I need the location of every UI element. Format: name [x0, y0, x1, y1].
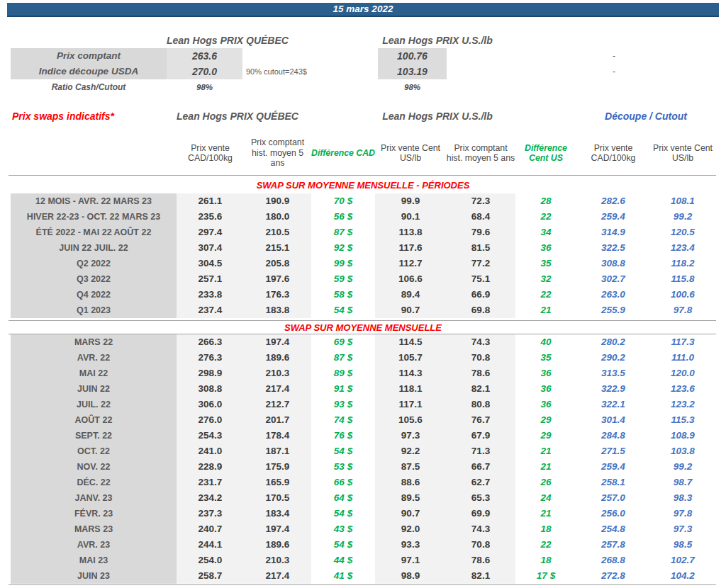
cell-us-hist: 69.9 — [446, 506, 515, 521]
cell-diff-cad: 54 $ — [311, 537, 375, 553]
cell-us-sell: 112.7 — [375, 256, 446, 271]
cell-qc-sell: 306.0 — [177, 397, 244, 412]
cell-cutout-cad: 259.4 — [576, 459, 650, 475]
cell-cutout-cad: 322.9 — [576, 381, 650, 397]
cell-diff-cad: 54 $ — [311, 443, 375, 459]
column-header-diff-cad: Différence CAD — [311, 131, 375, 175]
cell-qc-hist: 217.4 — [244, 381, 311, 397]
cell-us-hist: 74.3 — [446, 521, 515, 537]
row-label: MARS 22 — [11, 334, 177, 350]
cell-qc-sell: 231.7 — [177, 475, 244, 490]
cell-diff-us: 26 — [515, 475, 576, 490]
cell-us-hist: 81.5 — [446, 240, 515, 256]
cell-qc-sell: 266.3 — [177, 334, 244, 350]
cell-cutout-us: 99.2 — [650, 459, 715, 475]
cell-cutout-cad: 322.1 — [576, 397, 650, 412]
ratio-us-value: 98% — [378, 80, 447, 94]
spot-price-us-value: 100.76 — [378, 48, 447, 64]
cell-cutout-cad: 313.5 — [576, 366, 650, 381]
cell-diff-cad: 44 $ — [311, 553, 375, 568]
cell-cutout-cad: 258.1 — [576, 475, 650, 490]
row-label: Q1 2023 — [11, 303, 177, 318]
cell-diff-us: 28 — [515, 193, 576, 209]
cell-cutout-cad: 314.9 — [576, 225, 650, 240]
cell-qc-hist: 189.6 — [244, 537, 311, 553]
cutout-index-us-value: 103.19 — [378, 64, 447, 79]
cutout-index-quebec-value: 270.0 — [167, 64, 242, 79]
cell-diff-cad: 74 $ — [311, 412, 375, 428]
cell-qc-sell: 307.4 — [177, 240, 244, 256]
cell-us-hist: 62.7 — [446, 475, 515, 490]
cell-diff-cad: 58 $ — [311, 287, 375, 303]
cell-cutout-us: 98.3 — [650, 490, 715, 506]
report-date: 15 mars 2022 — [333, 4, 393, 14]
row-label: FÉVR. 23 — [11, 506, 177, 521]
cell-cutout-cad: 268.8 — [576, 553, 650, 568]
cell-diff-us: 22 — [515, 209, 576, 225]
cell-qc-sell: 261.1 — [177, 193, 244, 209]
cell-qc-hist: 180.0 — [244, 209, 311, 225]
divider-line — [9, 175, 716, 176]
cell-cutout-us: 118.2 — [650, 256, 715, 271]
cutout-group-header: Découpe / Cutout — [576, 111, 715, 122]
cell-diff-us: 36 — [515, 366, 576, 381]
row-label: HIVER 22-23 - OCT. 22 MARS 23 — [11, 209, 177, 225]
cell-us-sell: 89.5 — [375, 490, 446, 506]
ratio-label: Ratio Cash/Cutout — [11, 80, 167, 94]
cell-us-sell: 93.3 — [375, 537, 446, 553]
top-us-header: Lean Hogs PRIX U.S./lb — [375, 35, 500, 46]
cell-us-sell: 92.0 — [375, 521, 446, 537]
cell-qc-sell: 241.0 — [177, 443, 244, 459]
row-label: JUIL. 22 — [11, 397, 177, 412]
cell-qc-sell: 257.1 — [177, 271, 244, 287]
cell-cutout-cad: 257.0 — [576, 490, 650, 506]
cell-us-hist: 80.8 — [446, 397, 515, 412]
date-header-bar: 15 mars 2022 — [7, 3, 719, 17]
cell-cutout-cad: 308.8 — [576, 256, 650, 271]
cell-cutout-us: 102.7 — [650, 553, 715, 568]
cell-diff-cad: 66 $ — [311, 475, 375, 490]
cell-diff-us: 36 — [515, 397, 576, 412]
cell-diff-cad: 91 $ — [311, 381, 375, 397]
cell-qc-hist: 170.5 — [244, 490, 311, 506]
cell-us-sell: 90.7 — [375, 506, 446, 521]
row-label: JUIN 23 — [11, 568, 177, 584]
cell-qc-sell: 237.4 — [177, 303, 244, 318]
cell-us-sell: 87.5 — [375, 459, 446, 475]
report-page: 15 mars 2022 Lean Hogs PRIX QUÉBEC Lean … — [0, 0, 726, 588]
cell-qc-sell: 276.3 — [177, 350, 244, 366]
spot-price-label: Prix comptant — [11, 48, 167, 64]
cell-diff-us: 35 — [515, 350, 576, 366]
cell-qc-hist: 190.9 — [244, 193, 311, 209]
swaps-title: Prix swaps indicatifs* — [12, 111, 114, 122]
cell-us-hist: 78.6 — [446, 366, 515, 381]
cell-cutout-us: 98.5 — [650, 537, 715, 553]
cell-cutout-us: 97.8 — [650, 506, 715, 521]
cell-qc-sell: 254.0 — [177, 553, 244, 568]
cell-diff-cad: 43 $ — [311, 521, 375, 537]
cutout-note: 90% cutout=243$ — [246, 64, 345, 79]
cell-us-sell: 117.1 — [375, 397, 446, 412]
cell-cutout-us: 115.3 — [650, 412, 715, 428]
cell-cutout-us: 108.9 — [650, 428, 715, 443]
cell-cutout-us: 97.3 — [650, 521, 715, 537]
cell-qc-sell: 308.8 — [177, 381, 244, 397]
row-label: 12 MOIS - AVR. 22 MARS 23 — [11, 193, 177, 209]
cell-us-sell: 114.5 — [375, 334, 446, 350]
row-label: NOV. 22 — [11, 459, 177, 475]
cell-us-sell: 97.1 — [375, 553, 446, 568]
cell-diff-us: 21 — [515, 506, 576, 521]
cell-qc-hist: 210.5 — [244, 225, 311, 240]
cell-diff-us: 32 — [515, 271, 576, 287]
row-label: JUIN 22 — [11, 381, 177, 397]
cell-us-sell: 105.7 — [375, 350, 446, 366]
cell-qc-hist: 187.1 — [244, 443, 311, 459]
cell-cutout-cad: 256.0 — [576, 506, 650, 521]
cell-us-sell: 98.9 — [375, 568, 446, 584]
cell-cutout-us: 98.7 — [650, 475, 715, 490]
cell-cutout-us: 123.6 — [650, 381, 715, 397]
cell-diff-cad: 53 $ — [311, 459, 375, 475]
cell-qc-sell: 228.9 — [177, 459, 244, 475]
cell-cutout-cad: 290.2 — [576, 350, 650, 366]
row-label: MAI 22 — [11, 366, 177, 381]
